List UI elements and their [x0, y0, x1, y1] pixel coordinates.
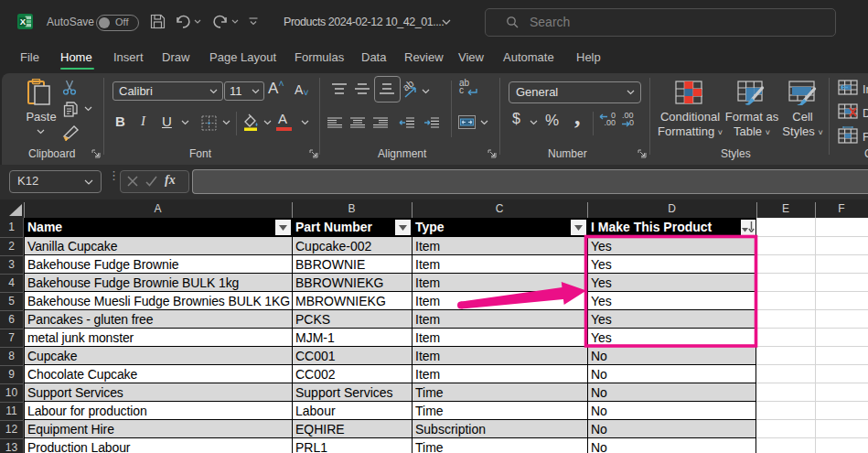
svg-text:X: X — [20, 16, 27, 27]
